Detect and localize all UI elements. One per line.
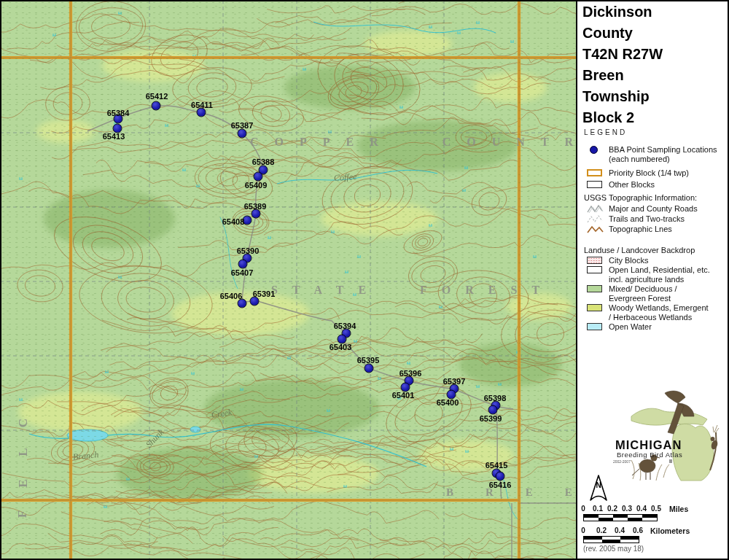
sampling-point-label: 65389: [244, 202, 267, 211]
sampling-point-label: 65384: [107, 109, 130, 117]
legend-label: Open Land, Residential, etc.incl. agricu…: [609, 265, 710, 284]
pond: [190, 427, 200, 432]
mbba-logo: MICHIGAN Breeding Bird Atlas 2002-2007 I…: [608, 387, 725, 485]
sampling-point-label: 65412: [146, 92, 168, 101]
topographic-map: COPPER COUNTRYSTATE FORESTBREECLEFCoffee…: [0, 0, 576, 560]
swatch-cell: [587, 168, 604, 177]
scale-tick: 0: [581, 505, 585, 513]
sampling-point-label: 65413: [103, 132, 125, 141]
page-title: Dickinson County T42N R27W Breen Townshi…: [582, 1, 663, 128]
legend-label: Trails and Two-tracks: [609, 214, 685, 224]
swatch-cell: [587, 256, 604, 265]
landuse-section-header: Landuse / Landcover Backdrop: [584, 246, 695, 254]
scale-segment: [642, 518, 657, 521]
open-water-swatch: [587, 323, 602, 330]
bba-point-icon: [590, 146, 598, 154]
north-arrow-icon: N: [588, 474, 609, 505]
legend-item-topo-lines: Topographic Lnes: [587, 225, 672, 234]
sampling-point-label: 65398: [484, 394, 507, 402]
swatch-cell: [587, 145, 604, 154]
legend-header: LEGEND: [584, 128, 627, 136]
legend-label-line: BBA Point Sampling Locations: [609, 145, 717, 154]
woody-wetlands-swatch: [587, 304, 602, 311]
km-scale-ticks: 00.20.40.6: [583, 526, 638, 535]
sampling-point-label: 65409: [245, 181, 268, 190]
scale-tick: 0.2: [596, 526, 607, 534]
legend-item-open-water: Open Water: [587, 322, 652, 332]
sampling-point-label: 65401: [392, 391, 415, 400]
sampling-point-65416: [496, 472, 505, 481]
edge-place-letter: C: [16, 419, 31, 427]
scale-segment: [602, 540, 620, 542]
water-feature-label: Coffee: [334, 171, 357, 184]
sampling-point-label: 65415: [486, 461, 508, 470]
legend-label: Priority Block (1/4 twp): [609, 168, 689, 178]
scale-tick: 0.2: [607, 505, 617, 513]
scale-tick: 0.1: [593, 505, 603, 513]
legend-item-roads: Major and County Roads: [587, 204, 698, 214]
side-panel: Dickinson County T42N R27W Breen Townshi…: [577, 0, 729, 560]
legend-label-line: Mixed/ Deciduous /: [609, 284, 677, 293]
logo-years: 2002-2007: [613, 459, 631, 464]
legend-item-woody-wetlands: Woody Wetlands, Emergent/ Herbaceous Wet…: [587, 303, 709, 322]
logo-state-name: MICHIGAN: [615, 438, 682, 451]
swatch-cell: [587, 322, 604, 331]
sampling-point-label: 65394: [334, 322, 356, 330]
miles-unit-label: Miles: [669, 505, 688, 513]
open-land-swatch: [587, 266, 602, 273]
legend-item-open-land: Open Land, Residential, etc.incl. agricu…: [587, 265, 710, 284]
landcover-patches: [18, 31, 572, 500]
scale-tick: 0.6: [633, 526, 643, 534]
km-scale-bar: [583, 536, 639, 543]
legend-item-other-blocks: Other Blocks: [587, 180, 655, 190]
sampling-point-label: 65400: [437, 398, 459, 407]
legend-label-line: Evergreen Forest: [609, 294, 671, 303]
sampling-point-label: 65403: [330, 343, 352, 351]
legend-label-line: incl. agriculture lands: [609, 275, 684, 284]
sampling-point-65387: [238, 129, 247, 139]
legend-item-priority-block: Priority Block (1/4 twp): [587, 168, 689, 178]
swatch-cell: [587, 214, 604, 223]
legend-label-line: Woody Wetlands, Emergent: [609, 303, 709, 312]
swatch-cell: [587, 225, 604, 233]
sampling-point-label: 65388: [252, 158, 275, 166]
legend-label: Open Water: [609, 322, 652, 332]
sampling-point-label: 65387: [231, 121, 254, 130]
michigan-upper-peninsula: [631, 408, 707, 425]
sampling-point-label: 65399: [480, 414, 502, 423]
swatch-cell: [587, 265, 604, 274]
pond: [67, 429, 108, 441]
scale-tick: 0.4: [615, 526, 625, 534]
sampling-point-65412: [152, 101, 161, 111]
legend-item-bba-points: BBA Point Sampling Locations(each number…: [587, 145, 717, 163]
sampling-point-label: 65411: [191, 101, 213, 109]
legend-label-line: (each numbered): [609, 155, 670, 163]
sampling-point-label: 65408: [222, 217, 245, 226]
logo-numeral: II: [669, 459, 672, 464]
map-canvas: [0, 0, 576, 560]
sampling-point-label: 65406: [220, 292, 243, 300]
scale-tick: 0: [581, 526, 585, 534]
region-label: COPPER COUNTRY: [250, 136, 576, 149]
edge-place-letter: F: [15, 510, 30, 518]
sampling-point-65399: [488, 405, 498, 415]
km-unit-label: Kilometers: [650, 526, 690, 535]
edge-place-letter: E: [16, 479, 31, 487]
scale-tick: 0.5: [651, 505, 661, 513]
priority-block-swatch: [587, 169, 602, 176]
sampling-point-label: 65407: [231, 268, 254, 277]
north-label: N: [596, 481, 601, 489]
scale-tick: 0.4: [636, 505, 647, 513]
topographic-line-icon: [587, 225, 604, 234]
legend-label: Woody Wetlands, Emergent/ Herbaceous Wet…: [609, 303, 709, 322]
miles-scale-ticks: 00.10.20.30.40.5: [583, 505, 656, 513]
swatch-cell: [587, 303, 604, 312]
miles-scale-bar: [583, 514, 658, 521]
logo-subtitle: Breeding Bird Atlas: [617, 451, 682, 459]
scale-segment: [599, 518, 613, 521]
edge-place-letter: L: [16, 448, 31, 456]
mixed-forest-swatch: [587, 285, 602, 292]
legend-label: BBA Point Sampling Locations(each number…: [609, 145, 717, 163]
sampling-point-label: 65395: [357, 356, 380, 365]
other-blocks-swatch: [587, 181, 602, 188]
